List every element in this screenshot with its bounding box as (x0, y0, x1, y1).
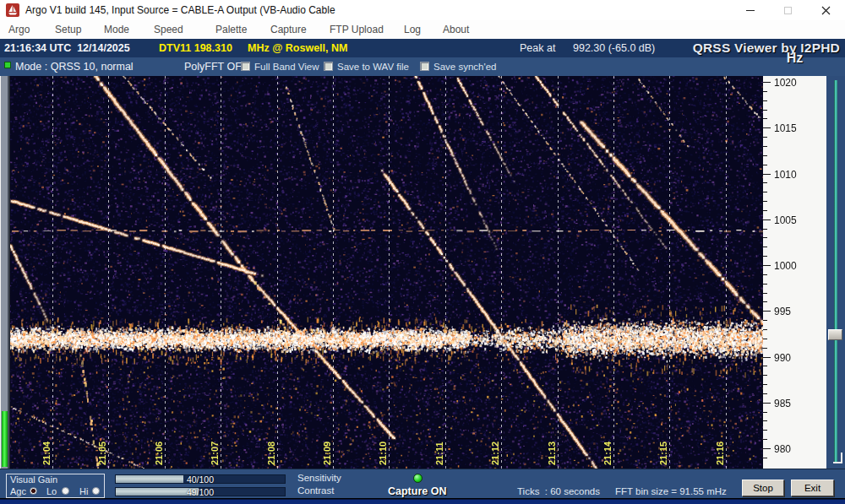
frequency-scale-canvas (763, 76, 826, 469)
signal-level-bar (2, 411, 8, 467)
full-band-view-checkbox[interactable] (241, 62, 250, 71)
menu-item-palette[interactable]: Palette (215, 24, 247, 35)
menu-item-log[interactable]: Log (404, 24, 421, 35)
sensitivity-label: Sensitivity (297, 473, 341, 483)
app-window: Argo V1 build 145, Input Source = CABLE-… (0, 0, 845, 504)
frequency-slider (826, 76, 845, 469)
peak-label: Peak at (520, 42, 555, 54)
peak-value: 992.30 (-65.0 dB) (573, 42, 655, 54)
exit-button[interactable]: Exit (791, 480, 834, 496)
menu-item-mode[interactable]: Mode (104, 24, 129, 35)
contrast-slider[interactable]: 49/100 (115, 487, 286, 496)
contrast-value: 49/100 (116, 487, 285, 497)
frequency-slider-track[interactable] (834, 80, 837, 462)
window-title: Argo V1 build 145, Input Source = CABLE-… (25, 4, 335, 16)
station-location: MHz @ Roswell, NM (248, 42, 347, 54)
menu-item-setup[interactable]: Setup (55, 24, 81, 35)
visual-gain-group: Visual Gain Agc Lo Hi (6, 474, 105, 498)
agc-radio-label: Agc (10, 486, 26, 496)
mode-led-icon (4, 62, 11, 68)
lo-radio[interactable] (62, 487, 69, 495)
resize-corner-icon (833, 453, 842, 463)
maximize-button[interactable] (769, 0, 807, 20)
waterfall-canvas (0, 76, 763, 469)
close-icon (821, 6, 831, 15)
hi-radio[interactable] (92, 487, 100, 495)
window-bottom-edge (0, 498, 845, 504)
sensitivity-value: 40/100 (116, 474, 285, 485)
contrast-label: Contrast (297, 485, 334, 496)
scale-unit-label: Hz (763, 51, 826, 66)
signal-level-meter (0, 76, 10, 469)
save-synched-label: Save synch'ed (433, 62, 496, 72)
title-bar: Argo V1 build 145, Input Source = CABLE-… (0, 0, 845, 20)
hi-radio-label: Hi (79, 486, 88, 496)
menu-bar: Argo Setup Mode Speed Palette Capture FT… (0, 20, 845, 39)
lo-radio-label: Lo (46, 486, 57, 496)
utc-clock: 21:16:34 UTC 12/14/2025 (4, 42, 130, 54)
capture-led-icon[interactable] (413, 474, 422, 483)
mode-readout: Mode : QRSS 10, normal (15, 61, 134, 73)
close-button[interactable] (807, 0, 845, 20)
ticks-readout: Ticks : 60 seconds (517, 486, 600, 496)
save-synched-checkbox[interactable] (420, 62, 429, 71)
save-to-wav-label: Save to WAV file (337, 62, 409, 72)
capture-status: Capture ON (388, 485, 446, 497)
agc-radio[interactable] (30, 487, 37, 495)
menu-item-speed[interactable]: Speed (154, 24, 183, 35)
maximize-icon (784, 7, 792, 14)
stop-button[interactable]: Stop (742, 480, 784, 496)
visual-gain-title: Visual Gain (10, 474, 57, 485)
menu-item-about[interactable]: About (443, 24, 469, 35)
minimize-button[interactable] (731, 0, 769, 20)
save-to-wav-checkbox[interactable] (324, 62, 333, 71)
polyfft-readout[interactable]: PolyFFT OFF (184, 61, 248, 73)
mode-row: Mode : QRSS 10, normal PolyFFT OFF Full … (0, 57, 845, 76)
main-display (0, 76, 845, 469)
minimize-icon (746, 10, 755, 11)
menu-item-ftp-upload[interactable]: FTP Upload (330, 24, 384, 35)
menu-item-capture[interactable]: Capture (270, 24, 307, 35)
fft-bin-readout: FFT bin size = 91.55 mHz (615, 486, 727, 496)
frequency-slider-thumb[interactable] (828, 329, 842, 340)
sensitivity-slider[interactable]: 40/100 (115, 474, 286, 484)
bottom-bar: Visual Gain Agc Lo Hi 40/100 49/100 Sens… (0, 469, 845, 498)
app-sailboat-icon (6, 3, 19, 17)
window-controls (731, 0, 845, 20)
station-id: DTV11 198.310 (159, 42, 232, 54)
menu-item-argo[interactable]: Argo (8, 24, 30, 35)
full-band-view-label: Full Band View (254, 62, 319, 72)
